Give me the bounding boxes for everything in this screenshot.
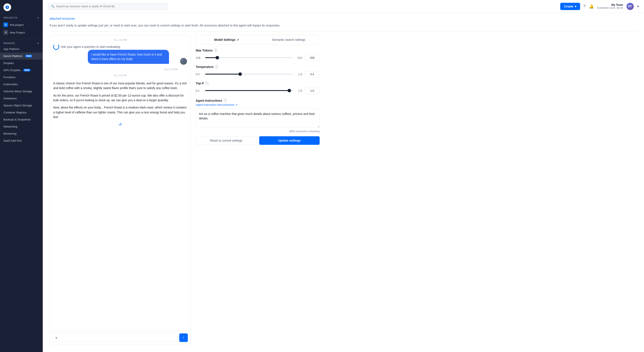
sidebar-item-saas-add-ons[interactable]: SaaS Add-Ons [0, 137, 43, 144]
max-tokens-label: Max Tokens ? [196, 49, 320, 52]
top-p-input[interactable] [305, 88, 320, 94]
attached-resources-link[interactable]: attached resources [50, 17, 75, 20]
assistant-timestamp: Thu 2:32 PM [53, 74, 187, 77]
help-icon[interactable]: ? [584, 4, 586, 8]
bottom-actions: Reset to current settings Update setting… [196, 136, 320, 145]
split-panel: Thu 2:32 PM Ask your agent a question to… [43, 35, 644, 344]
max-tokens-track[interactable] [205, 57, 293, 58]
chat-placeholder-timestamp: Thu 2:32 PM [53, 39, 187, 41]
reset-note-text: If you aren't ready to update settings j… [50, 23, 637, 28]
logo-icon [4, 3, 11, 11]
search-bar[interactable]: 🔍 [48, 3, 168, 10]
assistant-paragraph-3: Now, about the effects on your body... F… [53, 105, 187, 119]
top-p-track[interactable] [205, 90, 293, 91]
temperature-thumb [238, 72, 242, 76]
sidebar-item-kubernetes[interactable]: Kubernetes [0, 81, 43, 88]
projects-chevron-icon[interactable]: ∧ [37, 16, 39, 19]
user-message-timestamp: Thu 2:32 PM [53, 68, 187, 71]
agent-instructions-help-icon[interactable]: ? [224, 99, 227, 102]
agent-instructions-section: Agent Instructions ? Agent instruction b… [196, 99, 320, 133]
sidebar-item-databases[interactable]: Databases [0, 95, 43, 102]
sidebar-item-monitoring[interactable]: Monitoring [0, 130, 43, 137]
chars-remaining: 9903 characters remaining [196, 130, 320, 133]
team-cost: Estimated costs: $0.00 [597, 6, 623, 9]
check-icon: ✓ [237, 38, 239, 41]
create-chevron-icon: ▾ [575, 5, 576, 8]
gpu-new-badge: New [23, 69, 30, 71]
user-message-row: I would like to have French Roast, how m… [53, 50, 187, 65]
search-icon: 🔍 [51, 5, 54, 8]
new-project-plus-icon: + [4, 30, 8, 35]
tab-semantic-search[interactable]: Semantic search settings [258, 35, 320, 44]
temperature-group: Temperature ? 0.0 1.0 [196, 65, 320, 77]
temperature-label: Temperature ? [196, 65, 320, 68]
top-p-min: 0.1 [196, 89, 202, 92]
sidebar-item-container-registry[interactable]: Container Registry [0, 109, 43, 116]
temperature-help-icon[interactable]: ? [215, 65, 218, 68]
temperature-slider-row: 0.0 1.0 [196, 71, 320, 77]
top-p-label: Top P ? [196, 82, 320, 85]
chat-input[interactable] [52, 334, 178, 342]
chat-panel: Thu 2:32 PM Ask your agent a question to… [50, 35, 190, 344]
sidebar-item-droplets[interactable]: Droplets [0, 60, 43, 67]
topbar-right: Create ▾ ? 🔔 My Team Estimated costs: $0… [560, 3, 639, 10]
sidebar-item-first-project[interactable]: ⊞ first-project [0, 21, 43, 29]
top-p-help-icon[interactable]: ? [205, 82, 208, 85]
notifications-icon[interactable]: 🔔 [589, 4, 594, 9]
user-avatar [180, 58, 187, 65]
refresh-icon-wrap: ↺ [53, 122, 187, 127]
sidebar-item-spaces-object-storage[interactable]: Spaces Object Storage [0, 102, 43, 109]
chat-placeholder-text: Ask your agent a question to start evalu… [53, 44, 187, 50]
max-tokens-thumb [216, 56, 219, 59]
top-p-slider-row: 0.1 1.0 [196, 88, 320, 94]
reset-settings-button[interactable]: Reset to current settings [196, 136, 256, 145]
sidebar-item-volumes-block-storage[interactable]: Volumes Block Storage [0, 88, 43, 95]
chat-messages: Thu 2:32 PM Ask your agent a question to… [50, 35, 190, 331]
update-settings-button[interactable]: Update settings [259, 136, 320, 145]
top-p-group: Top P ? 0.1 1.0 [196, 82, 320, 94]
sidebar-item-backups-snapshots[interactable]: Backups & Snapshots [0, 116, 43, 123]
manage-section-header: MANAGE ∧ [0, 40, 43, 45]
top-p-max: 1.0 [295, 89, 302, 92]
max-tokens-slider-row: 128 512 [196, 55, 320, 61]
temperature-fill [205, 74, 240, 74]
tab-model-settings[interactable]: Model Settings ✓ [196, 35, 258, 44]
sidebar-item-app-platform[interactable]: App Platform [0, 45, 43, 52]
assistant-message: A classic choice! Our French Roast is on… [53, 79, 187, 121]
temperature-max: 1.0 [295, 73, 302, 76]
sidebar-item-networking[interactable]: Networking [0, 123, 43, 130]
sidebar-item-gpu-droplets[interactable]: GPU Droplets New [0, 67, 43, 74]
temperature-track[interactable] [205, 74, 293, 74]
assistant-paragraph-1: A classic choice! Our French Roast is on… [53, 81, 187, 91]
max-tokens-group: Max Tokens ? 128 512 [196, 49, 320, 61]
max-tokens-min: 128 [196, 56, 202, 59]
settings-tabs: Model Settings ✓ Semantic search setting… [196, 35, 320, 44]
instructions-textarea[interactable] [196, 108, 320, 128]
sidebar-item-genai-platform[interactable]: GenAI Platform New [0, 52, 43, 60]
team-name: My Team [597, 3, 623, 6]
sidebar-item-new-project[interactable]: + New Project [0, 29, 43, 36]
team-info: My Team Estimated costs: $0.00 [597, 3, 623, 9]
agent-instructions-label: Agent Instructions ? [196, 99, 320, 102]
temperature-min: 0.0 [196, 73, 202, 76]
projects-list: ⊞ first-project + New Project [0, 20, 43, 38]
send-button[interactable]: ↑ [179, 334, 188, 342]
avatar[interactable]: MT [626, 3, 634, 10]
projects-section-header: PROJECTS ∧ [0, 14, 43, 20]
manage-chevron-icon[interactable]: ∧ [37, 42, 39, 45]
svg-point-1 [7, 7, 8, 8]
instructions-best-practices-link[interactable]: Agent instruction best practices ↗ [196, 103, 320, 106]
chat-input-row: ↑ [50, 331, 190, 344]
search-input[interactable] [56, 5, 164, 8]
refresh-icon[interactable]: ↺ [118, 122, 122, 127]
max-tokens-help-icon[interactable]: ? [214, 49, 217, 52]
temperature-input[interactable] [305, 71, 320, 77]
sidebar-item-functions[interactable]: Functions [0, 74, 43, 81]
main-content: 🔍 Create ▾ ? 🔔 My Team Estimated costs: … [43, 0, 644, 352]
max-tokens-max: 512 [295, 56, 302, 59]
max-tokens-input[interactable] [305, 55, 320, 61]
create-button[interactable]: Create ▾ [560, 3, 580, 10]
top-p-fill [205, 90, 289, 91]
account-chevron-icon[interactable]: ▾ [637, 4, 639, 8]
settings-panel: Model Settings ✓ Semantic search setting… [196, 35, 320, 344]
